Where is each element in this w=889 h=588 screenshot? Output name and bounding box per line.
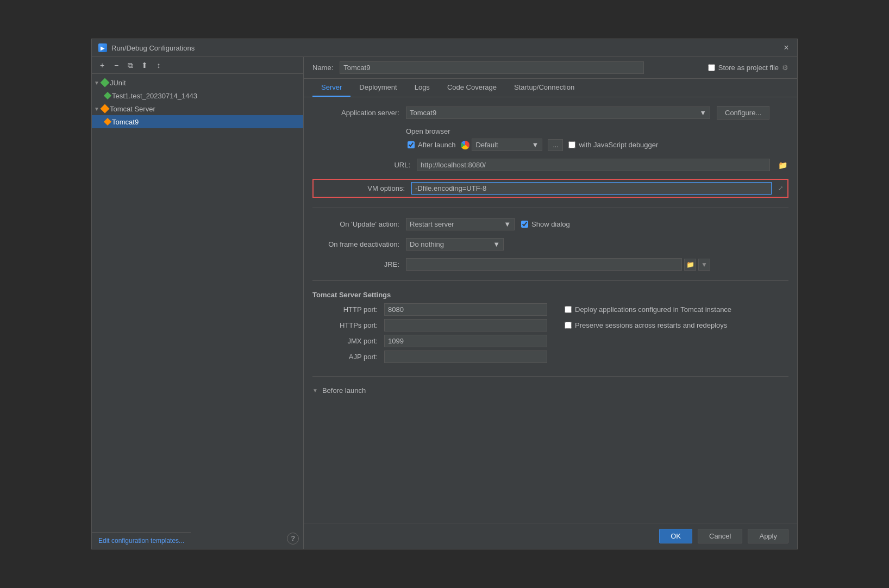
edit-templates-link[interactable]: Edit configuration templates... xyxy=(92,532,191,549)
jmx-port-label: JMX port: xyxy=(323,337,378,345)
app-server-label: Application server: xyxy=(312,109,399,117)
jre-folder-button[interactable]: 📁 xyxy=(684,259,696,271)
jre-row: JRE: 📁 ▼ xyxy=(312,258,788,271)
jre-dropdown-button[interactable]: ▼ xyxy=(698,259,710,271)
ajp-port-label: AJP port: xyxy=(323,353,378,361)
chrome-icon xyxy=(461,141,469,149)
config-tree: ▼ JUnit Test1.test_20230714_1443 ▼ xyxy=(92,74,303,528)
expand-icon[interactable]: ⤢ xyxy=(778,185,783,192)
add-button[interactable]: + xyxy=(96,59,108,71)
divider-2 xyxy=(312,280,788,281)
url-label: URL: xyxy=(323,161,410,169)
open-browser-label: Open browser xyxy=(406,127,450,135)
store-project-section: Store as project file ⚙ xyxy=(708,64,788,72)
app-server-value: Tomcat9 xyxy=(410,109,436,117)
vm-options-row: VM options: ⤢ xyxy=(312,179,788,198)
preserve-checkbox[interactable] xyxy=(565,322,572,329)
tab-deployment[interactable]: Deployment xyxy=(350,79,405,97)
gear-icon: ⚙ xyxy=(782,64,788,72)
apply-button[interactable]: Apply xyxy=(748,529,788,543)
left-bottom: Edit configuration templates... ? xyxy=(92,528,303,549)
after-launch-checkbox[interactable] xyxy=(408,141,415,148)
configure-button[interactable]: Configure... xyxy=(717,106,769,120)
on-frame-row: On frame deactivation: Do nothing ▼ xyxy=(312,238,788,251)
before-launch-arrow[interactable]: ▼ xyxy=(312,387,318,393)
deploy-checkbox[interactable] xyxy=(565,306,572,313)
tomcat-group[interactable]: ▼ Tomcat Server xyxy=(92,102,303,115)
sort-button[interactable]: ↕ xyxy=(153,59,165,71)
junit-chevron: ▼ xyxy=(94,80,99,86)
on-frame-select[interactable]: Do nothing ▼ xyxy=(406,238,504,251)
on-update-select[interactable]: Restart server ▼ xyxy=(406,218,515,230)
dialog-title: Run/Debug Configurations xyxy=(111,44,195,52)
tomcat-settings-header: Tomcat Server Settings xyxy=(312,291,788,299)
on-update-label: On 'Update' action: xyxy=(312,220,399,228)
ajp-port-row: AJP port: xyxy=(312,351,788,363)
jre-label: JRE: xyxy=(312,260,399,268)
http-port-row: HTTP port: Deploy applications configure… xyxy=(312,303,788,316)
tab-startup-connection[interactable]: Startup/Connection xyxy=(505,79,583,97)
store-project-label: Store as project file xyxy=(718,64,779,72)
server-tab-content: Application server: Tomcat9 ▼ Configure.… xyxy=(304,97,797,523)
tomcat-child-item[interactable]: Tomcat9 xyxy=(92,115,303,128)
bottom-bar: OK Cancel Apply xyxy=(304,523,797,549)
tomcat-chevron: ▼ xyxy=(94,106,99,112)
jmx-port-row: JMX port: xyxy=(312,335,788,347)
ok-button[interactable]: OK xyxy=(659,529,692,543)
on-frame-label: On frame deactivation: xyxy=(312,240,399,248)
copy-button[interactable]: ⧉ xyxy=(124,59,136,71)
cancel-button[interactable]: Cancel xyxy=(698,529,742,543)
show-dialog-checkbox[interactable] xyxy=(521,221,528,228)
vm-options-input[interactable] xyxy=(411,182,772,195)
browser-select[interactable]: Default ▼ xyxy=(472,139,542,151)
junit-group[interactable]: ▼ JUnit xyxy=(92,76,303,89)
tab-code-coverage[interactable]: Code Coverage xyxy=(439,79,505,97)
move-button[interactable]: ⬆ xyxy=(139,59,151,71)
toolbar: + − ⧉ ⬆ ↕ xyxy=(92,57,303,74)
tomcat-child-label: Tomcat9 xyxy=(112,118,139,126)
url-row: URL: 📁 xyxy=(312,159,788,171)
jmx-port-input[interactable] xyxy=(384,335,547,347)
junit-label: JUnit xyxy=(110,79,126,87)
js-debugger-checkbox[interactable] xyxy=(568,141,575,148)
jre-input-group: 📁 ▼ xyxy=(406,258,710,271)
url-input[interactable] xyxy=(417,159,770,171)
url-folder-button[interactable]: 📁 xyxy=(777,159,788,171)
after-launch-label: After launch xyxy=(408,141,455,149)
divider-3 xyxy=(312,376,788,377)
tab-logs[interactable]: Logs xyxy=(406,79,439,97)
junit-child-item[interactable]: Test1.test_20230714_1443 xyxy=(92,89,303,102)
app-server-row: Application server: Tomcat9 ▼ Configure.… xyxy=(312,106,788,120)
store-project-checkbox[interactable] xyxy=(708,64,715,71)
tomcat-child-icon xyxy=(104,118,111,126)
https-port-row: HTTPs port: Preserve sessions across res… xyxy=(312,319,788,331)
name-header: Name: Store as project file ⚙ xyxy=(304,57,797,79)
https-port-input[interactable] xyxy=(384,319,547,331)
close-button[interactable]: × xyxy=(782,43,791,52)
tomcat-settings-section: Tomcat Server Settings HTTP port: Deploy… xyxy=(312,291,788,366)
open-browser-section: Open browser After launch Default ▼ xyxy=(312,127,788,151)
http-port-label: HTTP port: xyxy=(323,305,378,314)
title-bar: ▶ Run/Debug Configurations × xyxy=(92,39,797,57)
js-debugger-label: with JavaScript debugger xyxy=(568,141,658,149)
ajp-port-input[interactable] xyxy=(384,351,547,363)
on-update-dropdown-icon: ▼ xyxy=(504,220,511,228)
tab-server[interactable]: Server xyxy=(312,79,350,97)
preserve-label: Preserve sessions across restarts and re… xyxy=(565,321,727,329)
divider-1 xyxy=(312,208,788,208)
on-frame-value: Do nothing xyxy=(410,240,444,248)
help-button[interactable]: ? xyxy=(287,533,299,545)
vm-options-label: VM options: xyxy=(318,184,405,192)
left-panel: + − ⧉ ⬆ ↕ ▼ JUnit Test1.t xyxy=(92,57,304,549)
on-update-row: On 'Update' action: Restart server ▼ Sho… xyxy=(312,218,788,230)
tab-bar: Server Deployment Logs Code Coverage Sta… xyxy=(304,79,797,97)
remove-button[interactable]: − xyxy=(110,59,122,71)
junit-child-label: Test1.test_20230714_1443 xyxy=(112,92,197,100)
browser-dots-button[interactable]: ... xyxy=(548,139,563,151)
http-port-input[interactable] xyxy=(384,303,547,316)
run-debug-dialog: ▶ Run/Debug Configurations × + − ⧉ ⬆ ↕ ▼… xyxy=(91,39,798,549)
app-server-select[interactable]: Tomcat9 ▼ xyxy=(406,107,710,119)
name-input[interactable] xyxy=(340,61,644,74)
junit-icon xyxy=(100,78,109,87)
jre-input[interactable] xyxy=(406,258,682,271)
